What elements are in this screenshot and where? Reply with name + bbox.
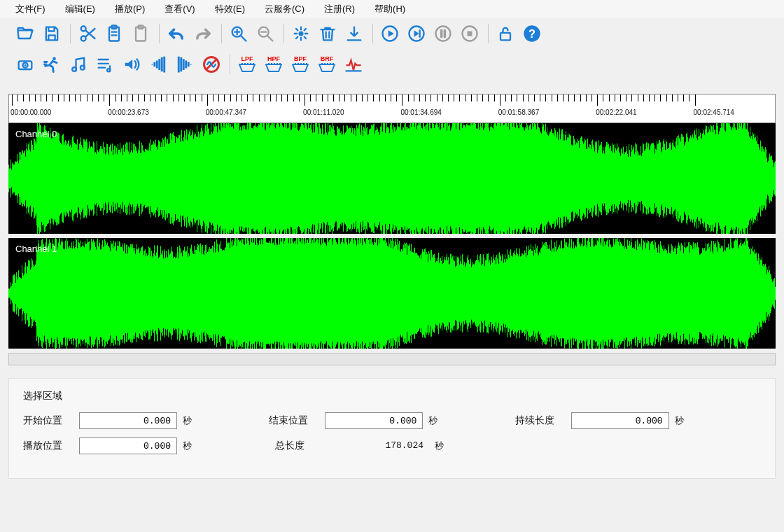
waveform-canvas[interactable] — [8, 123, 776, 234]
play-icon — [380, 24, 400, 43]
lpf-filter-button[interactable]: LPF — [234, 52, 260, 77]
record-button[interactable] — [13, 52, 38, 77]
toolbar-separator — [284, 24, 284, 43]
svg-point-11 — [436, 27, 451, 41]
menu-file[interactable]: 文件(F) — [6, 1, 55, 18]
menu-play[interactable]: 播放(P) — [105, 1, 155, 18]
end-position-field: 结束位置 秒 — [269, 412, 514, 429]
sparkle-icon — [291, 24, 311, 43]
effects-button[interactable] — [288, 21, 314, 46]
delete-button[interactable] — [315, 21, 340, 46]
trash-icon — [318, 24, 337, 43]
timestretch-button[interactable] — [39, 52, 64, 77]
stop-button[interactable] — [457, 21, 482, 46]
start-position-input[interactable] — [79, 412, 177, 429]
zoom-in-icon — [229, 24, 248, 43]
toolbar-separator — [70, 24, 71, 43]
channel-label: Channel 0 — [15, 129, 57, 139]
toolbar-fx: LPF HPF BPF BRF — [0, 49, 784, 80]
menu-cloud[interactable]: 云服务(C) — [255, 1, 314, 18]
svg-point-22 — [80, 66, 85, 70]
toolbar-separator — [159, 24, 160, 43]
fade-in-button[interactable] — [146, 52, 171, 77]
brf-filter-button[interactable]: BRF — [314, 52, 340, 77]
volume-icon — [122, 55, 141, 74]
start-position-field: 开始位置 秒 — [23, 412, 269, 429]
menu-help[interactable]: 帮助(H) — [365, 1, 415, 18]
svg-point-21 — [72, 67, 76, 71]
hpf-filter-button[interactable]: HPF — [261, 52, 286, 77]
normalize-button[interactable] — [341, 52, 366, 77]
svg-rect-14 — [500, 33, 510, 41]
ruler-time-label: 00:02:45.714 — [694, 108, 734, 116]
duration-input[interactable] — [571, 412, 669, 429]
pause-icon — [433, 24, 453, 43]
fade-out-icon — [175, 55, 195, 74]
toolbar-separator — [230, 55, 230, 74]
play-loop-button[interactable] — [404, 21, 429, 46]
start-position-label: 开始位置 — [23, 414, 79, 427]
ruler-labels: 00:00:00.00000:00:23.67300:00:47.34700:0… — [9, 108, 775, 121]
filter-label: LPF — [241, 56, 253, 62]
channel-label: Channel 1 — [15, 244, 57, 254]
unlock-icon — [496, 24, 515, 43]
undo-icon — [167, 24, 186, 43]
channel-1[interactable]: Channel 1 — [8, 238, 776, 349]
filter-basket-icon — [318, 63, 336, 73]
prohibit-icon — [202, 55, 221, 74]
waveform-scrollbar[interactable] — [8, 353, 776, 365]
channel-0[interactable]: Channel 0 — [8, 123, 776, 234]
svg-rect-13 — [468, 31, 472, 36]
ruler-time-label: 00:00:23.673 — [108, 108, 148, 116]
zoom-out-button[interactable] — [253, 21, 278, 46]
toolbar-main: ? — [0, 18, 784, 49]
volume-button[interactable] — [119, 52, 144, 77]
music-button[interactable] — [66, 52, 91, 77]
unit-label: 秒 — [183, 414, 192, 427]
bpf-filter-button[interactable]: BPF — [288, 52, 313, 77]
play-button[interactable] — [377, 21, 402, 46]
selection-title: 选择区域 — [23, 390, 761, 402]
toolbar-separator — [221, 24, 222, 43]
paste-icon — [131, 24, 150, 43]
help-button[interactable]: ? — [519, 21, 545, 46]
zoom-in-button[interactable] — [226, 21, 251, 46]
ruler-time-label: 00:01:34.694 — [400, 108, 441, 116]
svg-point-8 — [300, 32, 303, 36]
no-fx-button[interactable] — [199, 52, 224, 77]
zoom-out-icon — [255, 24, 275, 43]
stop-icon — [460, 24, 479, 43]
save-button[interactable] — [39, 21, 64, 46]
time-ruler[interactable]: 00:00:00.00000:00:23.67300:00:47.34700:0… — [8, 94, 776, 123]
menu-view[interactable]: 查看(V) — [155, 1, 204, 18]
redo-button[interactable] — [190, 21, 216, 46]
playlist-icon — [95, 55, 115, 74]
filter-label: BPF — [294, 56, 307, 62]
filter-basket-icon — [238, 63, 256, 73]
paste-button[interactable] — [128, 21, 153, 46]
waveform-canvas[interactable] — [8, 238, 776, 349]
cut-button[interactable] — [75, 21, 100, 46]
toolbar-separator — [488, 24, 489, 43]
menu-edit[interactable]: 编辑(E) — [55, 1, 105, 18]
play-position-input[interactable] — [79, 438, 177, 454]
folder-open-icon — [15, 24, 35, 43]
fade-out-button[interactable] — [172, 52, 197, 77]
unit-label: 秒 — [675, 414, 684, 427]
copy-button[interactable] — [102, 21, 127, 46]
pause-button[interactable] — [430, 21, 456, 46]
menu-bar: 文件(F) 编辑(E) 播放(P) 查看(V) 特效(E) 云服务(C) 注册(… — [0, 0, 784, 18]
download-icon — [344, 24, 364, 43]
clipboard-icon — [104, 24, 124, 43]
save-icon — [42, 24, 62, 43]
open-button[interactable] — [13, 21, 38, 46]
playlist-button[interactable] — [92, 52, 118, 77]
menu-effects[interactable]: 特效(E) — [205, 1, 255, 18]
play-position-field: 播放位置 秒 — [23, 438, 275, 454]
end-position-input[interactable] — [325, 412, 423, 429]
menu-register[interactable]: 注册(R) — [314, 1, 365, 18]
export-button[interactable] — [342, 21, 367, 46]
unlock-button[interactable] — [493, 21, 518, 46]
play-position-label: 播放位置 — [23, 440, 79, 452]
undo-button[interactable] — [164, 21, 189, 46]
